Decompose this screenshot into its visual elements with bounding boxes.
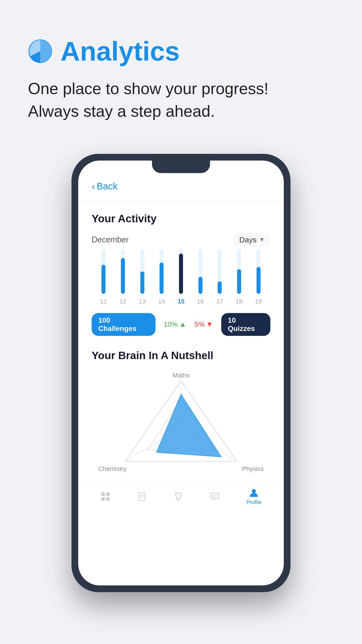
bar-fill xyxy=(198,277,202,294)
bar-label: 18 xyxy=(236,298,242,305)
phone-notch xyxy=(152,160,210,173)
month-row: December Days ▼ xyxy=(92,233,270,247)
bar-track xyxy=(101,249,105,294)
bar-track xyxy=(257,249,261,294)
page-header: Analytics One place to show your progres… xyxy=(0,0,362,136)
bar-track xyxy=(218,249,222,294)
grid-icon xyxy=(100,492,110,502)
bar-17: 17 xyxy=(216,249,223,305)
quizzes-badge: 10 Quizzes xyxy=(221,313,270,336)
bar-fill xyxy=(140,272,144,294)
radar-chart: Maths Chemistry Physics xyxy=(92,370,270,477)
nav-item-home[interactable] xyxy=(100,492,110,502)
bar-track xyxy=(179,249,183,294)
svg-rect-12 xyxy=(139,492,145,501)
bar-18: 18 xyxy=(236,249,242,305)
activity-section-title: Your Activity xyxy=(92,212,270,225)
bar-12: 12 xyxy=(119,249,126,305)
nav-item-profile[interactable]: Profile xyxy=(246,488,261,505)
bar-label: 12 xyxy=(119,298,126,305)
bar-fill xyxy=(257,267,261,294)
challenges-badge: 100 Challenges xyxy=(92,313,156,336)
bar-label: 16 xyxy=(197,298,204,305)
nav-item-book[interactable] xyxy=(137,492,147,502)
profile-icon xyxy=(249,488,259,498)
bar-fill xyxy=(237,269,241,294)
radar-label-chemistry: Chemistry xyxy=(98,465,126,472)
phone-screen: ‹ Back Your Activity December Days ▼ xyxy=(78,160,284,586)
bar-fill-active xyxy=(179,254,183,294)
bar-fill xyxy=(160,262,164,294)
phone-outer: ‹ Back Your Activity December Days ▼ xyxy=(71,154,291,592)
bar-13: 13 xyxy=(139,249,146,305)
svg-rect-10 xyxy=(101,497,105,501)
radar-label-physics: Physics xyxy=(242,465,264,472)
bar-19: 19 xyxy=(255,249,262,305)
bar-fill xyxy=(121,258,125,294)
bar-11: 11 xyxy=(100,249,107,305)
bar-label: 17 xyxy=(216,298,223,305)
arrow-down-icon: ▼ xyxy=(206,320,213,328)
divider xyxy=(78,201,284,201)
brain-section: Your Brain In A Nutshell xyxy=(92,349,270,477)
bar-track xyxy=(140,249,144,294)
analytics-pie-icon xyxy=(28,39,52,64)
svg-rect-18 xyxy=(211,493,219,499)
days-filter-dropdown[interactable]: Days ▼ xyxy=(234,233,270,247)
profile-nav-label: Profile xyxy=(246,499,261,505)
svg-rect-8 xyxy=(101,492,105,496)
radar-labels: Maths Chemistry Physics xyxy=(92,370,270,477)
bar-14: 14 xyxy=(158,249,165,305)
back-chevron-icon: ‹ xyxy=(92,181,95,192)
back-button[interactable]: ‹ Back xyxy=(92,181,270,192)
svg-rect-9 xyxy=(106,492,110,496)
bottom-nav: Profile xyxy=(78,482,284,512)
bar-track xyxy=(237,249,241,294)
svg-rect-11 xyxy=(106,497,110,501)
stats-row: 100 Challenges 10% ▲ 5% ▼ 10 Quizzes xyxy=(92,313,270,336)
stat-down: 5% ▼ xyxy=(194,320,213,328)
svg-point-21 xyxy=(252,489,256,493)
nav-item-chat[interactable] xyxy=(210,492,220,502)
bar-label: 19 xyxy=(255,298,262,305)
bar-16: 16 xyxy=(197,249,204,305)
header-subtitle: One place to show your progress! Always … xyxy=(28,77,334,122)
activity-bar-chart: 11 12 13 xyxy=(92,256,270,305)
header-title-row: Analytics xyxy=(28,36,334,67)
phone-mockup: ‹ Back Your Activity December Days ▼ xyxy=(0,154,362,592)
trophy-icon xyxy=(173,492,183,502)
bar-fill xyxy=(218,281,222,294)
page-title: Analytics xyxy=(60,36,180,67)
days-filter-label: Days xyxy=(239,236,257,244)
book-icon xyxy=(137,492,147,502)
bar-fill xyxy=(101,265,105,294)
back-label: Back xyxy=(97,181,117,192)
bar-label-active: 15 xyxy=(177,298,184,305)
bar-track xyxy=(121,249,125,294)
radar-label-maths: Maths xyxy=(173,372,189,379)
chat-icon xyxy=(210,492,220,502)
bar-label: 11 xyxy=(100,298,107,305)
bar-track xyxy=(160,249,164,294)
bar-label: 13 xyxy=(139,298,146,305)
dropdown-arrow-icon: ▼ xyxy=(259,236,265,243)
arrow-up-icon: ▲ xyxy=(179,320,186,328)
bar-track xyxy=(198,249,202,294)
bar-15-active: 15 xyxy=(177,249,184,305)
bar-label: 14 xyxy=(158,298,165,305)
screen-content: ‹ Back Your Activity December Days ▼ xyxy=(78,160,284,477)
month-label: December xyxy=(92,235,129,244)
brain-section-title: Your Brain In A Nutshell xyxy=(92,349,270,362)
nav-item-trophy[interactable] xyxy=(173,492,183,502)
stat-up: 10% ▲ xyxy=(164,320,186,328)
